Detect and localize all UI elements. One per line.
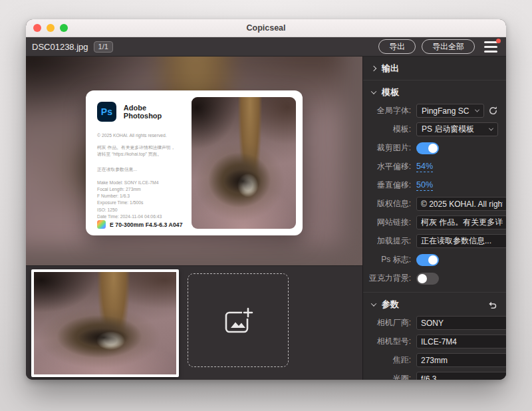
refresh-icon: [488, 106, 498, 116]
global-font-select[interactable]: PingFang SC: [416, 104, 484, 118]
photo-thumbnail-selected[interactable]: [31, 269, 179, 377]
hamburger-bar: [484, 51, 497, 53]
current-filename: DSC01238.jpg: [32, 42, 88, 52]
lens-info-row: E 70-300mm F4.5-6.3 A047: [97, 220, 184, 229]
crop-image-row: 裁剪图片:: [363, 141, 498, 155]
exif-line: Date Time: 2024-11-04 04:06:43: [97, 213, 184, 220]
focal-length-label: 焦距:: [363, 354, 416, 366]
acrylic-bg-row: 亚克力背景:: [363, 271, 498, 285]
watermark-site-text: 柯灰 作品。有关更多详情和法律声明， 请转至 “https://kohai.to…: [97, 144, 184, 158]
camera-model-label: 相机型号:: [363, 336, 416, 347]
chevron-down-icon: [371, 88, 376, 94]
lens-name: E 70-300mm F4.5-6.3 A047: [110, 221, 183, 228]
exif-line: ISO: 1250: [97, 207, 184, 213]
site-link-row: 网站链接:: [363, 215, 498, 229]
camera-model-input[interactable]: [416, 335, 506, 348]
focal-length-input[interactable]: [416, 353, 506, 367]
loading-tip-input[interactable]: [416, 234, 506, 248]
photoshop-logo-icon: Ps: [97, 102, 116, 122]
window-title: Copicseal: [26, 23, 506, 33]
image-plus-icon: [222, 306, 254, 335]
toggle-knob: [418, 274, 427, 283]
page-counter-badge: 1/1: [94, 41, 113, 53]
ps-logo-label: Ps 标志:: [363, 254, 416, 265]
loading-tip-row: 加载提示:: [363, 234, 498, 248]
camera-maker-row: 相机厂商:: [363, 316, 498, 330]
acrylic-bg-label: 亚克力背景:: [363, 273, 416, 284]
notification-dot: [496, 39, 501, 43]
section-output-label: 输出: [382, 63, 399, 74]
section-output[interactable]: 输出: [363, 57, 506, 80]
toolbar: DSC01238.jpg 1/1 导出 导出全部: [26, 37, 506, 57]
settings-sidebar: 输出 模板 全局字体: PingFang SC: [362, 57, 506, 380]
crop-image-toggle[interactable]: [416, 142, 439, 154]
app-window: Copicseal DSC01238.jpg 1/1 导出 导出全部 Ps: [26, 19, 506, 380]
add-image-button[interactable]: [188, 273, 289, 367]
site-link-label: 网站链接:: [363, 217, 416, 228]
horizontal-offset-value[interactable]: 54%: [416, 162, 433, 172]
aperture-input[interactable]: [416, 372, 506, 380]
chevron-right-icon: [371, 66, 376, 71]
preview-canvas[interactable]: Ps Adobe Photoshop © 2025 KOHAI. All rig…: [26, 57, 362, 265]
focal-length-row: 焦距:: [363, 353, 498, 367]
export-button[interactable]: 导出: [378, 39, 416, 54]
exif-line: Exposure Time: 1/500s: [97, 200, 184, 206]
watermark-loading-text: 正在读取参数信息...: [97, 166, 184, 173]
refresh-fonts-button[interactable]: [488, 106, 498, 116]
section-params[interactable]: 参数: [363, 293, 506, 316]
horizontal-offset-row: 水平偏移: 54%: [363, 160, 498, 174]
camera-maker-label: 相机厂商:: [363, 317, 416, 329]
aperture-label: 光圈:: [363, 373, 416, 380]
exif-line: Focal Length: 273mm: [97, 186, 184, 193]
copyright-label: 版权信息:: [363, 198, 416, 209]
watermark-card-photo: [192, 97, 296, 229]
export-all-button[interactable]: 导出全部: [422, 39, 475, 54]
ps-logo-toggle[interactable]: [416, 254, 439, 266]
global-font-label: 全局字体:: [363, 105, 416, 116]
hamburger-bar: [484, 46, 497, 48]
template-label: 模板:: [363, 124, 416, 135]
watermark-site-line1: 柯灰 作品。有关更多详情和法律声明，: [97, 144, 184, 151]
titlebar: Copicseal: [26, 19, 506, 37]
meerkat-thumbnail-image: [34, 272, 176, 374]
section-template[interactable]: 模板: [363, 80, 506, 104]
watermark-app-title: Adobe Photoshop: [124, 104, 184, 120]
global-font-value: PingFang SC: [422, 106, 475, 116]
watermark-card-text-column: Ps Adobe Photoshop © 2025 KOHAI. All rig…: [92, 97, 187, 229]
loading-tip-label: 加载提示:: [363, 235, 416, 247]
vertical-offset-label: 垂直偏移:: [363, 180, 416, 191]
chevron-down-icon: [475, 108, 479, 112]
crop-image-label: 裁剪图片:: [363, 142, 416, 154]
lens-gradient-icon: [97, 220, 106, 229]
horizontal-offset-label: 水平偏移:: [363, 161, 416, 172]
chevron-down-icon: [489, 126, 493, 131]
hamburger-bar: [484, 41, 497, 43]
template-select[interactable]: PS 启动窗模板: [416, 122, 498, 136]
watermark-site-line2: 请转至 “https://kohai.top” 页面。: [97, 151, 184, 158]
exif-line: Make Model: SONY ILCE-7M4: [97, 180, 184, 186]
meerkat-photo: [192, 97, 296, 229]
site-link-input[interactable]: [416, 215, 506, 229]
watermark-copyright: © 2025 KOHAI. All rights reserved.: [97, 132, 184, 139]
acrylic-bg-toggle[interactable]: [416, 273, 439, 285]
global-font-row: 全局字体: PingFang SC: [363, 104, 498, 118]
vertical-offset-value[interactable]: 50%: [416, 180, 433, 191]
undo-icon: [487, 301, 497, 309]
filmstrip: [26, 265, 362, 380]
section-template-label: 模板: [382, 86, 399, 98]
camera-maker-input[interactable]: [416, 316, 506, 330]
copyright-input[interactable]: [416, 197, 506, 211]
section-params-label: 参数: [382, 299, 399, 311]
watermark-card[interactable]: Ps Adobe Photoshop © 2025 KOHAI. All rig…: [86, 90, 303, 235]
template-value: PS 启动窗模板: [422, 124, 489, 135]
chevron-down-icon: [371, 301, 376, 306]
hamburger-menu-button[interactable]: [484, 41, 498, 53]
watermark-exif-block: Make Model: SONY ILCE-7M4 Focal Length: …: [97, 180, 184, 220]
template-select-row: 模板: PS 启动窗模板: [363, 122, 498, 136]
toggle-knob: [428, 144, 438, 153]
copyright-row: 版权信息:: [363, 197, 498, 211]
ps-logo-row: Ps 标志:: [363, 253, 498, 267]
vertical-offset-row: 垂直偏移: 50%: [363, 178, 498, 192]
exif-line: F Number: 1/6.3: [97, 193, 184, 200]
reset-params-button[interactable]: [487, 301, 497, 309]
